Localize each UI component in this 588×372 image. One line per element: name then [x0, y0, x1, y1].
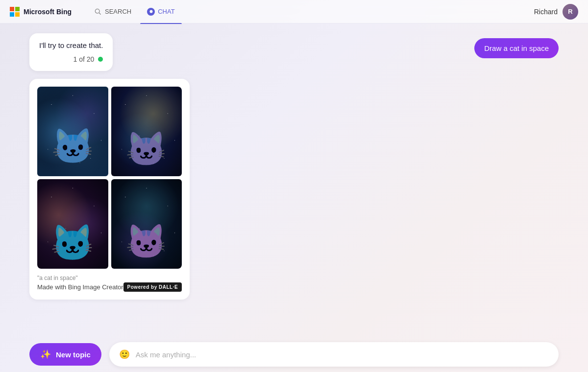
chat-icon	[147, 8, 155, 16]
image-caption: "a cat in space"	[37, 275, 182, 281]
star-overlay-4	[111, 179, 182, 269]
star-overlay-3	[37, 179, 108, 269]
image-credit-text: Made with Bing Image Creator	[37, 283, 123, 291]
chat-input-wrapper: 🙂	[109, 342, 559, 367]
header-right: Richard R	[534, 4, 578, 20]
tab-chat[interactable]: CHAT	[140, 4, 181, 20]
microsoft-logo	[10, 7, 20, 17]
image-grid	[37, 87, 182, 269]
main-content: Draw a cat in space I'll try to create t…	[0, 23, 588, 372]
star-overlay-2	[111, 87, 182, 176]
header: Microsoft Bing SEARCH CHAT Ri	[0, 0, 588, 23]
user-name: Richard	[534, 8, 558, 16]
dalle-badge: Powered by DALL·E	[123, 282, 182, 292]
emoji-icon: 🙂	[119, 349, 130, 360]
svg-point-2	[149, 10, 152, 13]
chat-tab-label: CHAT	[158, 8, 174, 15]
bottom-bar: ✨ New topic 🙂	[0, 337, 588, 372]
chat-input[interactable]	[136, 350, 549, 359]
new-topic-label: New topic	[56, 350, 91, 359]
cat-image-1[interactable]	[37, 87, 108, 176]
image-card-footer: "a cat in space" Made with Bing Image Cr…	[37, 275, 182, 292]
sparkle-icon: ✨	[40, 349, 51, 360]
logo-area: Microsoft Bing	[10, 7, 72, 17]
image-credit-row: Made with Bing Image Creator Powered by …	[37, 282, 182, 292]
bot-message-text: I'll try to create that.	[39, 41, 103, 49]
counter-dot	[98, 57, 103, 62]
svg-line-1	[99, 13, 100, 14]
logo-text: Microsoft Bing	[24, 8, 72, 16]
image-card: "a cat in space" Made with Bing Image Cr…	[29, 79, 190, 300]
message-counter: 1 of 20	[39, 55, 103, 63]
search-icon	[94, 8, 102, 16]
new-topic-button[interactable]: ✨ New topic	[29, 343, 101, 366]
chat-area: I'll try to create that. 1 of 20	[0, 23, 588, 372]
user-message-bubble: Draw a cat in space	[474, 38, 559, 58]
tab-search[interactable]: SEARCH	[87, 4, 138, 20]
bot-message: I'll try to create that. 1 of 20	[29, 33, 113, 71]
search-tab-label: SEARCH	[105, 8, 131, 15]
nav-tabs: SEARCH CHAT	[87, 4, 182, 20]
star-overlay-1	[37, 87, 108, 176]
user-avatar[interactable]: R	[563, 4, 578, 20]
cat-image-2[interactable]	[111, 87, 182, 176]
cat-image-3[interactable]	[37, 179, 108, 269]
counter-text: 1 of 20	[74, 55, 95, 63]
cat-image-4[interactable]	[111, 179, 182, 269]
